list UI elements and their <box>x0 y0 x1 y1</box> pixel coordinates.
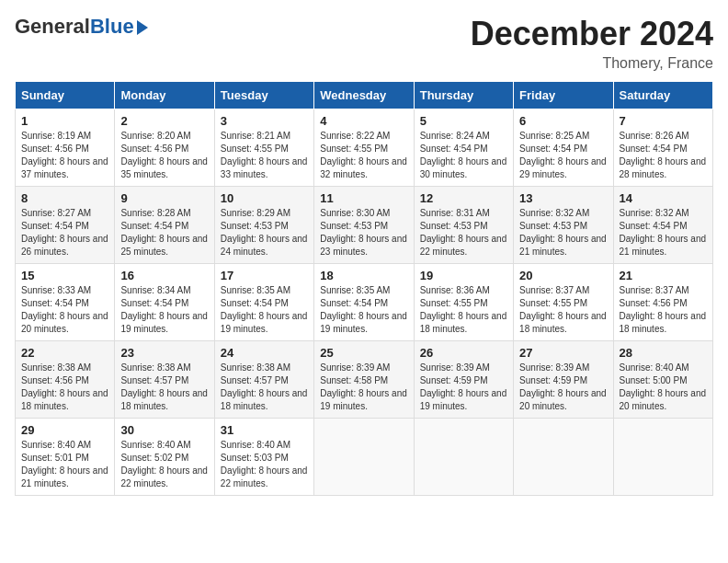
day-number: 23 <box>120 346 208 360</box>
calendar-cell: 5 Sunrise: 8:24 AMSunset: 4:54 PMDayligh… <box>414 109 513 187</box>
cell-info: Sunrise: 8:28 AMSunset: 4:54 PMDaylight:… <box>120 208 208 257</box>
cell-info: Sunrise: 8:40 AMSunset: 5:01 PMDaylight:… <box>21 440 108 488</box>
calendar-header-wednesday: Wednesday <box>314 82 414 109</box>
calendar-cell: 22 Sunrise: 8:38 AMSunset: 4:56 PMDaylig… <box>16 341 115 419</box>
cell-info: Sunrise: 8:39 AMSunset: 4:58 PMDaylight:… <box>320 362 407 411</box>
cell-info: Sunrise: 8:32 AMSunset: 4:53 PMDaylight:… <box>519 208 607 257</box>
day-number: 24 <box>221 346 308 360</box>
calendar-cell: 21 Sunrise: 8:37 AMSunset: 4:56 PMDaylig… <box>613 264 712 341</box>
cell-info: Sunrise: 8:37 AMSunset: 4:55 PMDaylight:… <box>519 285 607 334</box>
calendar-cell: 27 Sunrise: 8:39 AMSunset: 4:59 PMDaylig… <box>514 341 613 419</box>
calendar-cell: 18 Sunrise: 8:35 AMSunset: 4:54 PMDaylig… <box>314 264 414 341</box>
calendar-cell: 4 Sunrise: 8:22 AMSunset: 4:55 PMDayligh… <box>314 109 414 187</box>
calendar-cell: 16 Sunrise: 8:34 AMSunset: 4:54 PMDaylig… <box>115 264 214 341</box>
logo-arrow-icon <box>137 20 148 35</box>
day-number: 30 <box>120 423 208 437</box>
calendar-week-row: 15 Sunrise: 8:33 AMSunset: 4:54 PMDaylig… <box>16 264 713 341</box>
calendar-cell: 25 Sunrise: 8:39 AMSunset: 4:58 PMDaylig… <box>314 341 414 419</box>
day-number: 20 <box>519 269 607 282</box>
cell-info: Sunrise: 8:35 AMSunset: 4:54 PMDaylight:… <box>320 285 407 334</box>
calendar-cell: 29 Sunrise: 8:40 AMSunset: 5:01 PMDaylig… <box>16 419 115 496</box>
cell-info: Sunrise: 8:39 AMSunset: 4:59 PMDaylight:… <box>519 362 607 411</box>
day-number: 19 <box>420 269 507 282</box>
cell-info: Sunrise: 8:37 AMSunset: 4:56 PMDaylight:… <box>620 285 707 334</box>
calendar-cell: 7 Sunrise: 8:26 AMSunset: 4:54 PMDayligh… <box>613 109 712 187</box>
day-number: 6 <box>519 114 607 128</box>
calendar-cell <box>414 419 513 496</box>
cell-info: Sunrise: 8:19 AMSunset: 4:56 PMDaylight:… <box>21 131 108 179</box>
location-title: Thomery, France <box>471 55 713 72</box>
cell-info: Sunrise: 8:26 AMSunset: 4:54 PMDaylight:… <box>620 131 707 179</box>
cell-info: Sunrise: 8:39 AMSunset: 4:59 PMDaylight:… <box>420 362 507 411</box>
day-number: 14 <box>620 191 707 205</box>
day-number: 22 <box>21 346 108 360</box>
calendar-cell: 11 Sunrise: 8:30 AMSunset: 4:53 PMDaylig… <box>314 187 414 264</box>
cell-info: Sunrise: 8:29 AMSunset: 4:53 PMDaylight:… <box>221 208 308 257</box>
calendar-week-row: 29 Sunrise: 8:40 AMSunset: 5:01 PMDaylig… <box>16 419 713 496</box>
cell-info: Sunrise: 8:38 AMSunset: 4:57 PMDaylight:… <box>221 362 308 411</box>
calendar-header-sunday: Sunday <box>16 82 115 109</box>
cell-info: Sunrise: 8:38 AMSunset: 4:56 PMDaylight:… <box>21 362 108 411</box>
cell-info: Sunrise: 8:38 AMSunset: 4:57 PMDaylight:… <box>120 362 208 411</box>
calendar-cell: 9 Sunrise: 8:28 AMSunset: 4:54 PMDayligh… <box>115 187 214 264</box>
day-number: 28 <box>620 346 707 360</box>
day-number: 11 <box>320 191 407 205</box>
day-number: 21 <box>620 269 707 282</box>
calendar-cell: 3 Sunrise: 8:21 AMSunset: 4:55 PMDayligh… <box>214 109 313 187</box>
day-number: 18 <box>320 269 407 282</box>
calendar-cell <box>613 419 712 496</box>
day-number: 13 <box>519 191 607 205</box>
cell-info: Sunrise: 8:30 AMSunset: 4:53 PMDaylight:… <box>320 208 407 257</box>
calendar-cell <box>314 419 414 496</box>
logo-general-text: General <box>15 15 90 39</box>
calendar-cell: 24 Sunrise: 8:38 AMSunset: 4:57 PMDaylig… <box>214 341 313 419</box>
cell-info: Sunrise: 8:36 AMSunset: 4:55 PMDaylight:… <box>420 285 507 334</box>
day-number: 9 <box>120 191 208 205</box>
day-number: 3 <box>221 114 308 128</box>
day-number: 12 <box>420 191 507 205</box>
day-number: 27 <box>519 346 607 360</box>
cell-info: Sunrise: 8:40 AMSunset: 5:03 PMDaylight:… <box>221 440 308 488</box>
title-area: December 2024 Thomery, France <box>471 15 713 72</box>
calendar-table: SundayMondayTuesdayWednesdayThursdayFrid… <box>15 81 713 496</box>
calendar-cell: 31 Sunrise: 8:40 AMSunset: 5:03 PMDaylig… <box>214 419 313 496</box>
logo-blue-text: Blue <box>90 15 134 39</box>
calendar-cell: 20 Sunrise: 8:37 AMSunset: 4:55 PMDaylig… <box>514 264 613 341</box>
calendar-header-tuesday: Tuesday <box>214 82 313 109</box>
calendar-cell <box>514 419 613 496</box>
day-number: 25 <box>320 346 407 360</box>
calendar-week-row: 1 Sunrise: 8:19 AMSunset: 4:56 PMDayligh… <box>16 109 713 187</box>
calendar-cell: 8 Sunrise: 8:27 AMSunset: 4:54 PMDayligh… <box>16 187 115 264</box>
cell-info: Sunrise: 8:32 AMSunset: 4:54 PMDaylight:… <box>620 208 707 257</box>
cell-info: Sunrise: 8:21 AMSunset: 4:55 PMDaylight:… <box>221 131 308 179</box>
day-number: 31 <box>221 423 308 437</box>
calendar-cell: 17 Sunrise: 8:35 AMSunset: 4:54 PMDaylig… <box>214 264 313 341</box>
month-title: December 2024 <box>471 15 713 53</box>
cell-info: Sunrise: 8:31 AMSunset: 4:53 PMDaylight:… <box>420 208 507 257</box>
day-number: 8 <box>21 191 108 205</box>
calendar-header-thursday: Thursday <box>414 82 513 109</box>
cell-info: Sunrise: 8:40 AMSunset: 5:00 PMDaylight:… <box>620 362 707 411</box>
cell-info: Sunrise: 8:25 AMSunset: 4:54 PMDaylight:… <box>519 131 607 179</box>
calendar-cell: 2 Sunrise: 8:20 AMSunset: 4:56 PMDayligh… <box>115 109 214 187</box>
day-number: 10 <box>221 191 308 205</box>
day-number: 4 <box>320 114 407 128</box>
day-number: 7 <box>620 114 707 128</box>
cell-info: Sunrise: 8:40 AMSunset: 5:02 PMDaylight:… <box>120 440 208 488</box>
calendar-cell: 1 Sunrise: 8:19 AMSunset: 4:56 PMDayligh… <box>16 109 115 187</box>
calendar-cell: 19 Sunrise: 8:36 AMSunset: 4:55 PMDaylig… <box>414 264 513 341</box>
calendar-cell: 28 Sunrise: 8:40 AMSunset: 5:00 PMDaylig… <box>613 341 712 419</box>
page-header: General Blue December 2024 Thomery, Fran… <box>15 15 713 72</box>
calendar-cell: 6 Sunrise: 8:25 AMSunset: 4:54 PMDayligh… <box>514 109 613 187</box>
day-number: 15 <box>21 269 108 282</box>
cell-info: Sunrise: 8:34 AMSunset: 4:54 PMDaylight:… <box>120 285 208 334</box>
calendar-cell: 10 Sunrise: 8:29 AMSunset: 4:53 PMDaylig… <box>214 187 313 264</box>
cell-info: Sunrise: 8:27 AMSunset: 4:54 PMDaylight:… <box>21 208 108 257</box>
cell-info: Sunrise: 8:20 AMSunset: 4:56 PMDaylight:… <box>120 131 208 179</box>
calendar-header-friday: Friday <box>514 82 613 109</box>
calendar-header-row: SundayMondayTuesdayWednesdayThursdayFrid… <box>16 82 713 109</box>
cell-info: Sunrise: 8:33 AMSunset: 4:54 PMDaylight:… <box>21 285 108 334</box>
day-number: 16 <box>120 269 208 282</box>
calendar-cell: 26 Sunrise: 8:39 AMSunset: 4:59 PMDaylig… <box>414 341 513 419</box>
calendar-cell: 23 Sunrise: 8:38 AMSunset: 4:57 PMDaylig… <box>115 341 214 419</box>
